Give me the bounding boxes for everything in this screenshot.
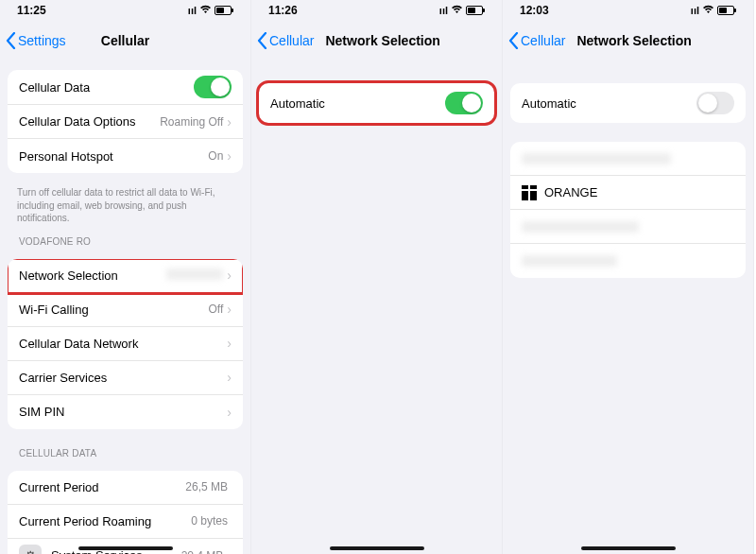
row-personal-hotspot[interactable]: Personal Hotspot On › bbox=[8, 139, 243, 173]
chevron-right-icon: › bbox=[227, 405, 232, 420]
toggle-automatic[interactable] bbox=[696, 92, 734, 114]
section-header-carrier: VODAFONE RO bbox=[0, 227, 250, 250]
chevron-right-icon: › bbox=[227, 336, 232, 351]
signal-icon: ııl bbox=[439, 5, 448, 16]
chevron-left-icon bbox=[6, 32, 16, 49]
toggle-cellular-data[interactable] bbox=[194, 76, 232, 98]
toggle-automatic[interactable] bbox=[445, 92, 483, 114]
back-button[interactable]: Cellular bbox=[508, 32, 565, 49]
row-automatic[interactable]: Automatic bbox=[259, 83, 494, 123]
chevron-right-icon: › bbox=[227, 148, 232, 164]
group-automatic: Automatic bbox=[259, 83, 494, 123]
row-label: Automatic bbox=[270, 96, 445, 111]
page-title: Network Selection bbox=[325, 33, 439, 48]
row-value bbox=[166, 268, 223, 283]
row-value: 20,4 MB bbox=[181, 549, 224, 555]
content-scroll[interactable]: Automatic ORANGE bbox=[503, 61, 753, 554]
wifi-icon bbox=[451, 5, 463, 16]
row-network-item[interactable] bbox=[510, 142, 746, 176]
blurred-carrier-name bbox=[522, 221, 639, 233]
row-automatic[interactable]: Automatic bbox=[510, 83, 746, 123]
group-footer: Turn off cellular data to restrict all d… bbox=[0, 182, 250, 227]
home-indicator[interactable] bbox=[581, 546, 676, 550]
group-automatic: Automatic bbox=[510, 83, 746, 123]
row-value: 26,5 MB bbox=[185, 480, 228, 493]
row-label: ORANGE bbox=[544, 185, 734, 199]
row-cellular-data[interactable]: Cellular Data bbox=[8, 70, 243, 105]
group-networks-list: ORANGE bbox=[510, 142, 746, 278]
row-network-selection[interactable]: Network Selection › bbox=[8, 259, 243, 293]
phone-network-selection-list: 12:03 ııl Cellular Network Selection Aut… bbox=[503, 0, 754, 554]
row-label: Current Period Roaming bbox=[19, 514, 191, 528]
row-label: Cellular Data Options bbox=[19, 114, 160, 129]
chevron-right-icon: › bbox=[227, 268, 232, 283]
back-button[interactable]: Settings bbox=[6, 32, 66, 49]
row-label: SIM PIN bbox=[19, 405, 227, 419]
status-icons: ııl bbox=[188, 5, 233, 16]
home-indicator[interactable] bbox=[330, 546, 424, 550]
back-button[interactable]: Cellular bbox=[257, 32, 314, 49]
row-label: Current Period bbox=[19, 480, 185, 494]
status-bar: 11:25 ııl bbox=[0, 0, 250, 21]
row-label: Network Selection bbox=[19, 268, 166, 283]
chevron-right-icon: › bbox=[227, 302, 232, 317]
status-bar: 11:26 ııl bbox=[251, 0, 502, 21]
row-value: On bbox=[208, 149, 223, 163]
battery-icon bbox=[466, 6, 485, 15]
row-carrier-services[interactable]: Carrier Services › bbox=[8, 361, 243, 395]
battery-icon bbox=[717, 6, 736, 15]
content-scroll[interactable]: Cellular Data Cellular Data Options Roam… bbox=[0, 61, 250, 554]
phone-network-selection-auto-on: 11:26 ııl Cellular Network Selection Aut… bbox=[251, 0, 503, 554]
phone-cellular-settings: 11:25 ııl Settings Cellular Cellular Dat… bbox=[0, 0, 251, 554]
battery-icon bbox=[215, 6, 233, 15]
row-label: Carrier Services bbox=[19, 371, 227, 385]
row-wifi-calling[interactable]: Wi-Fi Calling Off › bbox=[8, 293, 243, 327]
status-icons: ııl bbox=[439, 5, 485, 16]
row-label: Cellular Data Network bbox=[19, 337, 227, 351]
section-header-data: CELLULAR DATA bbox=[0, 439, 250, 461]
status-icons: ııl bbox=[691, 5, 736, 16]
group-carrier: Network Selection › Wi-Fi Calling Off › … bbox=[8, 259, 243, 429]
row-cellular-data-options[interactable]: Cellular Data Options Roaming Off › bbox=[8, 105, 243, 139]
chevron-right-icon: › bbox=[227, 548, 232, 555]
row-sim-pin[interactable]: SIM PIN › bbox=[8, 395, 243, 429]
chevron-right-icon: › bbox=[227, 370, 232, 385]
blurred-carrier-name bbox=[522, 153, 671, 164]
back-label: Cellular bbox=[521, 33, 565, 48]
page-title: Network Selection bbox=[576, 33, 691, 48]
content-scroll[interactable]: Automatic bbox=[251, 61, 502, 554]
group-cellular-data-usage: Current Period 26,5 MB Current Period Ro… bbox=[8, 471, 243, 555]
home-indicator[interactable] bbox=[78, 546, 173, 550]
back-label: Cellular bbox=[269, 33, 314, 48]
back-label: Settings bbox=[18, 33, 66, 48]
chevron-left-icon bbox=[508, 32, 519, 49]
wifi-icon bbox=[199, 5, 212, 16]
status-bar: 12:03 ııl bbox=[503, 0, 753, 21]
signal-icon: ııl bbox=[691, 5, 699, 16]
nav-bar: Settings Cellular bbox=[0, 21, 250, 61]
row-value: Off bbox=[209, 303, 224, 316]
row-cellular-data-network[interactable]: Cellular Data Network › bbox=[8, 327, 243, 361]
row-label: Personal Hotspot bbox=[19, 149, 208, 164]
blurred-carrier-name bbox=[522, 255, 617, 267]
row-network-item[interactable] bbox=[510, 244, 746, 278]
row-value: Roaming Off bbox=[160, 115, 223, 129]
status-time: 11:26 bbox=[268, 4, 298, 17]
row-label: Cellular Data bbox=[19, 80, 194, 95]
gear-icon: ⚙ bbox=[19, 545, 42, 555]
row-value: 0 bytes bbox=[191, 514, 228, 528]
chevron-right-icon: › bbox=[227, 114, 232, 130]
row-current-period[interactable]: Current Period 26,5 MB bbox=[8, 471, 243, 505]
nav-bar: Cellular Network Selection bbox=[251, 21, 502, 61]
row-current-period-roaming[interactable]: Current Period Roaming 0 bytes bbox=[8, 505, 243, 539]
wifi-icon bbox=[702, 5, 714, 16]
row-network-item[interactable] bbox=[510, 210, 746, 244]
group-cellular-main: Cellular Data Cellular Data Options Roam… bbox=[8, 70, 243, 173]
row-label: Automatic bbox=[522, 96, 696, 111]
row-network-item-orange[interactable]: ORANGE bbox=[510, 176, 746, 210]
carrier-icon bbox=[522, 185, 537, 200]
chevron-left-icon bbox=[257, 32, 267, 49]
nav-bar: Cellular Network Selection bbox=[503, 21, 753, 61]
status-time: 11:25 bbox=[17, 4, 46, 17]
row-label: Wi-Fi Calling bbox=[19, 303, 209, 317]
